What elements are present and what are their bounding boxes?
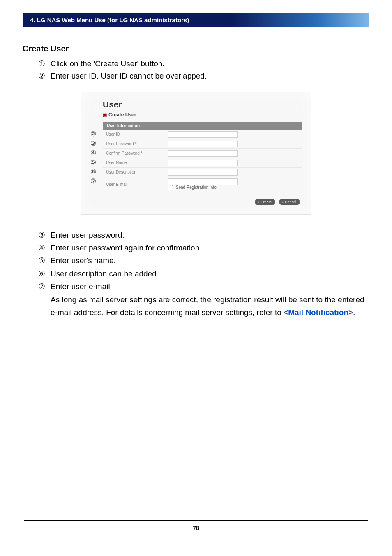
step-marker: ⑥ [38,267,51,280]
mail-notification-link[interactable]: <Mail Notification> [284,308,353,317]
chapter-header: 4. LG NAS Web Menu Use (for LG NAS admin… [23,13,369,27]
row-marker: ④ [90,150,96,156]
table-row: ④ Confirm Password * [103,148,302,158]
page-footer: 78 [24,520,368,531]
step-marker: ⑤ [38,254,51,267]
step-text: Enter user ID. User ID cannot be overlap… [51,70,369,82]
row-marker: ⑤ [90,159,96,166]
table-row: ⑦ User E-mail Send Registration Info [103,177,302,192]
user-email-input[interactable] [168,178,238,185]
step-marker: ③ [38,229,51,241]
field-label-user-description: User Description [106,170,136,174]
row-marker: ⑥ [90,169,96,175]
section-title: Create User [23,44,369,53]
step-item: ③ Enter user password. [38,229,369,241]
step-item: ④ Enter user password again for confirma… [38,241,369,254]
step-item: ⑤ Enter user's name. [38,254,369,267]
step-text: Enter user e-mail [51,280,369,293]
field-label-confirm-password: Confirm Password * [106,151,142,155]
user-description-input[interactable] [168,169,238,176]
create-button[interactable]: Create [255,199,275,205]
step-text: Enter user's name. [51,254,369,267]
user-name-input[interactable] [168,160,238,166]
confirm-password-input[interactable] [168,150,238,157]
step-item: ② Enter user ID. User ID cannot be overl… [38,70,369,82]
user-password-input[interactable] [168,141,238,147]
embedded-screenshot: User ▣Create User User Information ② Use… [81,92,311,215]
field-label-user-name: User Name [106,160,127,165]
step-text: Enter user password again for confirmati… [51,241,369,254]
step-marker: ② [38,70,51,82]
step-text: User description can be added. [51,267,369,280]
screenshot-title: User [103,100,302,109]
period: . [353,308,355,317]
row-marker: ⑦ [90,178,96,185]
table-row: ③ User Password * [103,139,302,148]
step-marker: ① [38,58,51,70]
breadcrumb-icon: ▣ [103,112,107,117]
step-item: ⑦ Enter user e-mail [38,280,369,293]
field-label-user-password: User Password * [106,141,136,146]
send-registration-checkbox[interactable] [168,185,173,190]
step-text: Click on the 'Create User' button. [51,58,369,70]
breadcrumb-text: Create User [108,112,136,118]
table-header: User Information [103,122,302,130]
page-number: 78 [193,525,199,531]
step-marker: ⑦ [38,280,51,293]
screenshot-breadcrumb: ▣Create User [103,112,302,118]
step-marker: ④ [38,241,51,254]
user-info-table: User Information ② User ID * ③ User Pass… [103,122,302,192]
row-marker: ② [90,131,96,137]
bottom-steps-list: ③ Enter user password. ④ Enter user pass… [38,229,369,319]
send-registration-label: Send Registration Info [176,185,217,190]
field-label-user-id: User ID * [106,132,123,137]
row-marker: ③ [90,140,96,147]
step-text: Enter user password. [51,229,369,241]
cancel-button[interactable]: Cancel [279,199,300,205]
field-label-user-email: User E-mail [106,182,127,187]
user-id-input[interactable] [168,131,238,138]
table-row: ② User ID * [103,130,302,139]
extra-paragraph: As long as mail server settings are corr… [51,293,369,319]
top-steps-list: ① Click on the 'Create User' button. ② E… [38,58,369,83]
step-item: ⑥ User description can be added. [38,267,369,280]
table-row: ⑥ User Description [103,167,302,177]
table-row: ⑤ User Name [103,158,302,167]
step-item: ① Click on the 'Create User' button. [38,58,369,70]
